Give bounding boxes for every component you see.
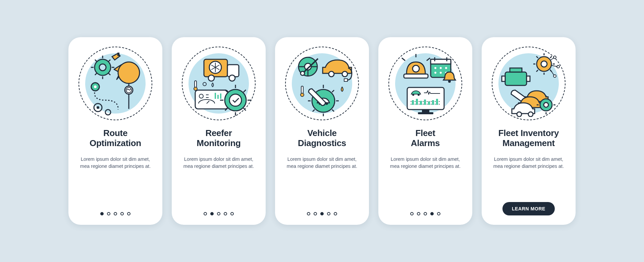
svg-rect-57: [432, 100, 434, 105]
svg-rect-53: [416, 99, 418, 105]
svg-rect-49: [418, 112, 433, 114]
card-description: Lorem ipsum dolor sit dim amet, mea regi…: [282, 156, 362, 170]
pagination-dots: [410, 212, 440, 215]
svg-point-21: [229, 94, 241, 106]
page-dot-5[interactable]: [437, 212, 440, 215]
page-dot-4[interactable]: [120, 212, 124, 215]
svg-point-42: [445, 67, 447, 69]
svg-rect-18: [220, 93, 221, 99]
card-title: Route Optimization: [90, 128, 141, 148]
onboarding-card-route-optimization: Route Optimization Lorem ipsum dolor sit…: [68, 37, 162, 225]
svg-rect-54: [420, 101, 422, 105]
illustration-container: [388, 47, 462, 120]
svg-point-41: [440, 67, 442, 69]
svg-rect-56: [428, 102, 430, 105]
onboarding-card-fleet-alarms: Fleet Alarms Lorem ipsum dolor sit dim a…: [378, 37, 472, 225]
title-line-1: Route: [103, 128, 127, 138]
svg-rect-60: [510, 68, 522, 72]
svg-point-23: [194, 87, 197, 90]
page-dot-3[interactable]: [320, 212, 324, 215]
page-dot-2[interactable]: [417, 212, 420, 215]
page-dot-1[interactable]: [410, 212, 414, 215]
page-dot-4[interactable]: [430, 212, 434, 215]
svg-point-29: [342, 71, 347, 77]
pagination-dots: [307, 212, 337, 215]
title-line-2: Optimization: [90, 138, 141, 148]
card-title: Reefer Monitoring: [197, 128, 240, 148]
page-dot-1[interactable]: [100, 212, 104, 215]
reefer-monitoring-icon: [185, 50, 252, 117]
svg-rect-39: [431, 59, 451, 64]
page-dot-5[interactable]: [127, 212, 130, 215]
svg-point-12: [229, 75, 235, 81]
card-description: Lorem ipsum dolor sit dim amet, mea regi…: [178, 156, 259, 170]
svg-rect-2: [117, 53, 119, 56]
svg-point-28: [329, 71, 334, 77]
svg-rect-30: [344, 79, 347, 81]
svg-point-4: [94, 85, 97, 88]
svg-rect-52: [412, 100, 414, 105]
svg-rect-58: [436, 99, 438, 105]
svg-rect-22: [195, 81, 197, 87]
pagination-dots: [204, 212, 234, 215]
svg-point-35: [301, 93, 304, 96]
svg-point-44: [440, 72, 442, 74]
svg-point-68: [517, 112, 522, 117]
page-dot-2[interactable]: [210, 212, 214, 215]
svg-rect-47: [407, 87, 444, 110]
svg-point-65: [553, 56, 556, 59]
card-title: Fleet Inventory Management: [498, 128, 559, 148]
fleet-inventory-icon: [495, 50, 562, 117]
svg-rect-48: [422, 110, 429, 112]
svg-rect-16: [215, 93, 216, 99]
illustration-container: [182, 47, 256, 120]
title-line-2: Monitoring: [197, 138, 240, 148]
card-title: Vehicle Diagnostics: [298, 128, 346, 148]
svg-point-46: [448, 80, 451, 83]
svg-rect-14: [195, 90, 228, 109]
svg-rect-61: [502, 76, 505, 81]
illustration-container: [78, 47, 152, 120]
page-dot-5[interactable]: [334, 212, 337, 215]
page-dot-3[interactable]: [217, 212, 220, 215]
onboarding-card-vehicle-diagnostics: Vehicle Diagnostics Lorem ipsum dolor si…: [275, 37, 369, 225]
title-line-2: Diagnostics: [298, 138, 346, 148]
onboarding-card-reefer-monitoring: Reefer Monitoring Lorem ipsum dolor sit …: [172, 37, 266, 225]
illustration-container: [285, 47, 359, 120]
page-dot-4[interactable]: [327, 212, 330, 215]
page-dot-1[interactable]: [307, 212, 310, 215]
svg-rect-62: [527, 76, 530, 81]
card-title: Fleet Alarms: [411, 128, 440, 148]
svg-rect-55: [424, 100, 426, 105]
page-dot-4[interactable]: [224, 212, 227, 215]
page-dot-3[interactable]: [114, 212, 117, 215]
svg-point-27: [301, 71, 305, 75]
svg-rect-37: [404, 74, 428, 78]
page-dot-1[interactable]: [204, 212, 207, 215]
learn-more-button[interactable]: LEARN MORE: [502, 202, 555, 215]
svg-point-24: [203, 82, 206, 86]
svg-point-8: [105, 110, 111, 115]
vehicle-diagnostics-icon: [288, 50, 356, 117]
svg-point-51: [418, 94, 420, 96]
title-line-2: Management: [502, 138, 555, 148]
page-dot-2[interactable]: [314, 212, 317, 215]
svg-point-7: [97, 106, 99, 109]
svg-point-71: [544, 103, 548, 107]
svg-rect-59: [505, 72, 527, 85]
card-description: Lorem ipsum dolor sit dim amet, mea regi…: [75, 156, 156, 170]
svg-point-64: [541, 61, 547, 67]
page-dot-5[interactable]: [230, 212, 234, 215]
svg-point-1: [99, 64, 106, 71]
svg-point-36: [413, 65, 419, 72]
page-dot-2[interactable]: [107, 212, 110, 215]
route-optimization-icon: [82, 50, 149, 117]
page-dot-3[interactable]: [424, 212, 427, 215]
title-line-2: Alarms: [411, 138, 440, 148]
card-description: Lorem ipsum dolor sit dim amet, mea regi…: [488, 156, 569, 170]
fleet-alarms-icon: [392, 50, 459, 117]
svg-point-40: [434, 67, 436, 69]
title-line-1: Fleet Inventory: [498, 128, 559, 138]
card-description: Lorem ipsum dolor sit dim amet, mea regi…: [385, 156, 466, 170]
title-line-1: Vehicle: [307, 128, 337, 138]
